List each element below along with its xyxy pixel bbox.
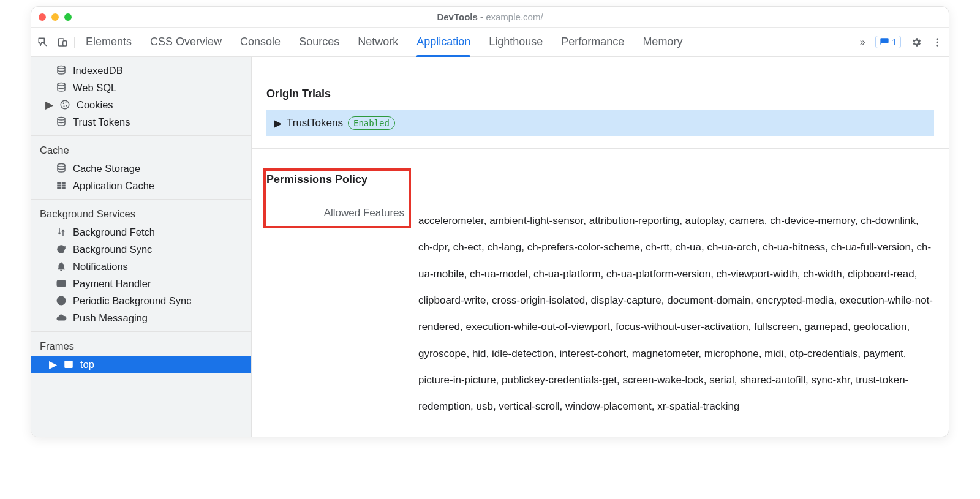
sidebar-group-title: Background Services <box>31 204 251 223</box>
origin-trial-row[interactable]: ▶ TrustTokens Enabled <box>266 110 934 136</box>
minimize-window-button[interactable] <box>51 13 59 21</box>
svg-point-3 <box>937 41 938 43</box>
inspect-element-icon[interactable] <box>37 37 48 48</box>
tab-lighthouse[interactable]: Lighthouse <box>489 28 543 56</box>
sidebar-item-application-cache[interactable]: Application Cache <box>31 177 251 194</box>
cloud-icon <box>56 312 67 323</box>
frame-icon <box>63 359 74 370</box>
sidebar-item-label: Cookies <box>77 99 113 111</box>
expand-triangle-icon[interactable]: ▶ <box>45 99 53 111</box>
sidebar-item-periodic-background-sync[interactable]: Periodic Background Sync <box>31 292 251 309</box>
settings-gear-icon[interactable] <box>911 37 922 48</box>
tab-css-overview[interactable]: CSS Overview <box>150 28 222 56</box>
database-icon <box>56 82 67 93</box>
tab-memory[interactable]: Memory <box>643 28 682 56</box>
credit-card-icon <box>56 278 67 289</box>
svg-point-7 <box>61 100 69 109</box>
divider <box>252 148 949 149</box>
sidebar-item-label: top <box>80 359 94 370</box>
svg-rect-16 <box>57 185 61 187</box>
status-badge: Enabled <box>348 116 395 130</box>
window-title: DevTools - example.com/ <box>31 12 949 22</box>
expand-triangle-icon[interactable]: ▶ <box>274 117 282 130</box>
tab-sources[interactable]: Sources <box>299 28 339 56</box>
panel-tabs: Elements CSS Overview Console Sources Ne… <box>86 28 853 56</box>
close-window-button[interactable] <box>39 13 46 21</box>
frame-detail-panel: Origin Trials ▶ TrustTokens Enabled Perm… <box>252 57 949 437</box>
permissions-policy-section: Permissions Policy Allowed Features acce… <box>266 173 934 420</box>
svg-point-6 <box>58 83 65 86</box>
sidebar-item-background-fetch[interactable]: Background Fetch <box>31 223 251 241</box>
svg-rect-19 <box>62 187 66 189</box>
svg-point-13 <box>58 164 65 167</box>
sidebar-item-label: Trust Tokens <box>73 116 130 128</box>
sidebar-group-frames: Frames ▶ top <box>31 332 251 373</box>
expand-triangle-icon[interactable]: ▶ <box>48 359 57 370</box>
issues-badge[interactable]: 1 <box>875 36 901 48</box>
tab-network[interactable]: Network <box>358 28 398 56</box>
sidebar-item-label: Cache Storage <box>73 163 140 174</box>
svg-rect-22 <box>65 361 72 368</box>
grid-icon <box>56 180 67 191</box>
sidebar-item-cookies[interactable]: ▶ Cookies <box>31 96 251 113</box>
database-icon <box>56 116 67 127</box>
more-tabs-icon[interactable]: » <box>860 37 865 48</box>
sidebar-item-label: Push Messaging <box>73 312 148 324</box>
cookie-icon <box>59 99 70 110</box>
page-domain: example.com/ <box>486 12 543 22</box>
tab-elements[interactable]: Elements <box>86 28 132 56</box>
svg-point-10 <box>63 105 64 107</box>
sidebar-item-background-sync[interactable]: Background Sync <box>31 241 251 258</box>
sidebar-item-trust-tokens[interactable]: Trust Tokens <box>31 113 251 130</box>
sidebar-item-indexeddb[interactable]: IndexedDB <box>31 62 251 79</box>
sidebar-group-cache: Cache Cache Storage Application Cache <box>31 136 251 200</box>
clock-icon <box>56 295 67 306</box>
sidebar-item-label: Notifications <box>73 261 128 272</box>
svg-rect-17 <box>62 185 66 187</box>
sidebar-group-storage: IndexedDB Web SQL ▶ Cookies Trust Tokens <box>31 57 251 136</box>
tab-performance[interactable]: Performance <box>561 28 624 56</box>
panel-body: IndexedDB Web SQL ▶ Cookies Trust Tokens <box>31 57 949 437</box>
maximize-window-button[interactable] <box>64 13 72 21</box>
origin-trial-name: TrustTokens <box>287 117 343 129</box>
bell-icon <box>56 261 67 272</box>
issues-count: 1 <box>892 37 897 47</box>
sidebar-item-frame-top[interactable]: ▶ top <box>31 356 251 373</box>
sidebar-item-cache-storage[interactable]: Cache Storage <box>31 160 251 177</box>
sidebar-item-label: Background Sync <box>73 244 152 255</box>
sidebar-group-title: Frames <box>31 337 251 356</box>
application-sidebar: IndexedDB Web SQL ▶ Cookies Trust Tokens <box>31 57 252 437</box>
permissions-policy-heading: Permissions Policy <box>266 173 406 186</box>
sidebar-item-notifications[interactable]: Notifications <box>31 258 251 275</box>
svg-point-2 <box>937 38 938 40</box>
tab-application[interactable]: Application <box>417 28 470 56</box>
main-toolbar: Elements CSS Overview Console Sources Ne… <box>31 28 949 57</box>
svg-rect-18 <box>57 187 61 189</box>
sidebar-item-websql[interactable]: Web SQL <box>31 79 251 96</box>
origin-trials-heading: Origin Trials <box>266 88 934 100</box>
allowed-features-value: accelerometer, ambient-light-sensor, att… <box>418 173 934 420</box>
sidebar-item-push-messaging[interactable]: Push Messaging <box>31 309 251 326</box>
window-controls <box>39 13 72 21</box>
svg-point-5 <box>58 66 65 69</box>
sidebar-item-payment-handler[interactable]: Payment Handler <box>31 275 251 292</box>
svg-rect-15 <box>62 182 66 184</box>
device-toggle-icon[interactable] <box>57 37 68 48</box>
svg-point-9 <box>66 102 67 103</box>
svg-point-12 <box>58 118 65 121</box>
sidebar-item-label: Web SQL <box>73 82 116 94</box>
titlebar: DevTools - example.com/ <box>31 7 949 28</box>
svg-point-11 <box>66 105 67 106</box>
database-icon <box>56 163 67 174</box>
kebab-menu-icon[interactable] <box>932 37 943 48</box>
sidebar-item-label: Periodic Background Sync <box>73 295 192 307</box>
tab-console[interactable]: Console <box>240 28 281 56</box>
database-icon <box>56 65 67 76</box>
sidebar-item-label: Application Cache <box>73 180 154 192</box>
svg-rect-1 <box>63 40 67 45</box>
sidebar-item-label: Background Fetch <box>73 227 155 238</box>
devtools-window: DevTools - example.com/ Elements CSS Ove… <box>31 6 949 437</box>
svg-rect-20 <box>57 281 66 287</box>
svg-rect-14 <box>57 182 61 184</box>
title-separator: - <box>478 12 486 22</box>
